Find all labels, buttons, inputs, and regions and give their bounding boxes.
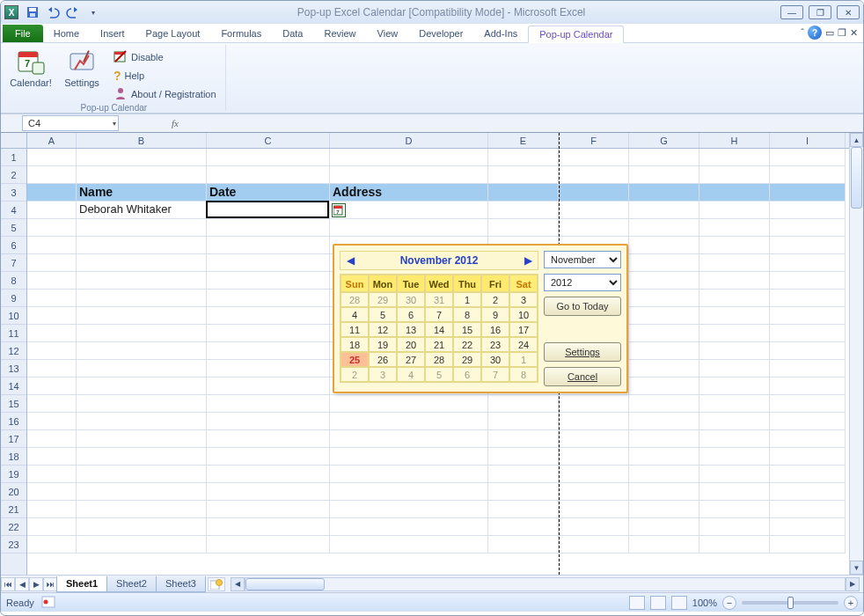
cell[interactable] — [559, 518, 629, 536]
tab-formulas[interactable]: Formulas — [210, 25, 272, 42]
cell[interactable] — [770, 536, 846, 554]
cell[interactable] — [207, 395, 330, 413]
month-select[interactable]: November — [544, 251, 621, 268]
cell[interactable] — [770, 413, 846, 430]
help-icon[interactable]: ? — [808, 26, 822, 40]
cell[interactable]: Deborah Whitaker — [77, 202, 207, 219]
calendar-day[interactable]: 8 — [453, 307, 481, 322]
row-header[interactable]: 11 — [1, 325, 26, 342]
cell[interactable] — [699, 430, 770, 448]
cell[interactable] — [207, 219, 330, 237]
cell[interactable] — [629, 378, 699, 395]
cell[interactable] — [77, 342, 207, 360]
cell[interactable] — [207, 448, 330, 466]
cell[interactable] — [559, 430, 629, 448]
cell[interactable] — [27, 184, 77, 202]
mdi-minimize-icon[interactable]: ▭ — [825, 27, 834, 39]
cell[interactable] — [27, 448, 77, 466]
year-select[interactable]: 2012 — [544, 274, 621, 291]
settings-button[interactable]: Settings — [59, 47, 105, 99]
cell[interactable] — [699, 483, 770, 501]
calendar-day[interactable]: 12 — [369, 322, 397, 337]
tab-review[interactable]: Review — [313, 25, 366, 42]
scroll-up-button[interactable]: ▲ — [850, 133, 863, 147]
col-header-H[interactable]: H — [699, 133, 770, 148]
calendar-day[interactable]: 19 — [369, 337, 397, 352]
calendar-day[interactable]: 20 — [397, 337, 425, 352]
row-header[interactable]: 1 — [1, 149, 26, 166]
calendar-day[interactable]: 31 — [425, 292, 453, 307]
formula-bar[interactable] — [184, 115, 800, 131]
row-header[interactable]: 15 — [1, 395, 26, 413]
calendar-day[interactable]: 18 — [340, 337, 369, 352]
cell[interactable] — [77, 466, 207, 483]
cell[interactable] — [488, 448, 559, 466]
cell[interactable] — [27, 166, 77, 184]
cell[interactable] — [629, 237, 699, 254]
cell[interactable] — [207, 413, 330, 430]
zoom-in-button[interactable]: + — [844, 596, 858, 610]
cell[interactable] — [77, 254, 207, 272]
calendar-day[interactable]: 11 — [340, 322, 369, 337]
cell[interactable] — [770, 448, 846, 466]
select-all-corner[interactable] — [1, 133, 26, 149]
col-header-C[interactable]: C — [207, 133, 330, 148]
cell[interactable] — [330, 501, 488, 518]
cell[interactable] — [770, 466, 846, 483]
cell[interactable] — [488, 483, 559, 501]
sheet-nav-next[interactable]: ▶ — [29, 577, 43, 591]
calendar-day[interactable]: 9 — [481, 307, 509, 322]
cell[interactable] — [77, 272, 207, 290]
cell[interactable] — [77, 536, 207, 554]
next-month-button[interactable]: ▶ — [522, 254, 534, 267]
cell[interactable] — [699, 360, 770, 378]
cell[interactable] — [488, 149, 559, 166]
cell[interactable] — [629, 448, 699, 466]
cell[interactable] — [699, 395, 770, 413]
cell[interactable] — [770, 430, 846, 448]
name-box[interactable]: C4 ▾ — [22, 115, 119, 131]
cell[interactable] — [207, 290, 330, 307]
close-button[interactable]: ✕ — [837, 5, 860, 19]
cell[interactable] — [27, 219, 77, 237]
cell[interactable] — [207, 202, 330, 219]
cell[interactable] — [629, 307, 699, 325]
ribbon-collapse-icon[interactable]: ˆ — [801, 27, 804, 38]
cell[interactable] — [207, 254, 330, 272]
calendar-day[interactable]: 30 — [481, 352, 509, 367]
cell[interactable] — [27, 307, 77, 325]
cell[interactable] — [770, 501, 846, 518]
zoom-slider-thumb[interactable] — [787, 597, 794, 609]
horizontal-scrollbar[interactable]: ◀ ▶ — [231, 577, 860, 591]
row-header[interactable]: 3 — [1, 184, 26, 202]
cell[interactable] — [629, 202, 699, 219]
tab-data[interactable]: Data — [272, 25, 313, 42]
vertical-scrollbar[interactable]: ▲ ▼ — [849, 133, 863, 575]
cell[interactable] — [488, 202, 559, 219]
calendar-day[interactable]: 26 — [369, 352, 397, 367]
row-header[interactable]: 20 — [1, 483, 26, 501]
cell[interactable] — [559, 166, 629, 184]
cell[interactable] — [207, 325, 330, 342]
cell[interactable] — [629, 325, 699, 342]
cell[interactable] — [699, 202, 770, 219]
cell[interactable] — [629, 290, 699, 307]
cell[interactable] — [629, 184, 699, 202]
cell[interactable] — [559, 202, 629, 219]
cell[interactable] — [77, 518, 207, 536]
calendar-day[interactable]: 4 — [397, 367, 425, 382]
row-header[interactable]: 23 — [1, 536, 26, 554]
cell[interactable] — [770, 518, 846, 536]
cell[interactable] — [27, 483, 77, 501]
cell[interactable] — [27, 413, 77, 430]
cell[interactable]: Date — [207, 184, 330, 202]
cell[interactable] — [207, 237, 330, 254]
cell[interactable] — [629, 413, 699, 430]
tab-file[interactable]: File — [3, 25, 43, 42]
cell[interactable] — [699, 184, 770, 202]
row-header[interactable]: 22 — [1, 518, 26, 536]
about-button[interactable]: About / Registration — [110, 85, 220, 103]
cell[interactable] — [770, 378, 846, 395]
cell[interactable] — [77, 290, 207, 307]
cell[interactable] — [77, 430, 207, 448]
